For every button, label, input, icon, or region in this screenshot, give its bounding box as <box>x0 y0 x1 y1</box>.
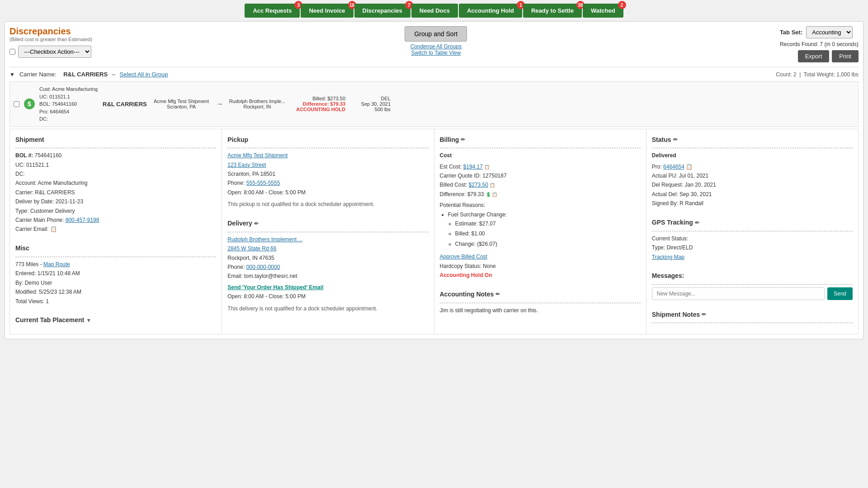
del-address-street[interactable]: 2845 W State Rd 66 <box>227 245 276 252</box>
type-value: Customer Delivery <box>30 208 75 214</box>
bol-field: BOL #: 754641160 <box>15 151 216 160</box>
pickup-phone: Phone: 555-555-5555 <box>227 178 428 188</box>
difference-label: Difference: <box>440 191 467 197</box>
type-field: Type: Customer Delivery <box>15 206 216 216</box>
shipment-del: DEL Sep 30, 2021 500 lbs <box>350 96 391 112</box>
pickup-address-street[interactable]: 123 Easy Street <box>227 162 266 168</box>
del-date: Sep 30, 2021 <box>350 101 391 107</box>
gps-type-row: Type: Direct/ELD <box>652 243 853 252</box>
billed-cost-value[interactable]: $273.50 <box>469 182 488 188</box>
tab-set-select[interactable]: Accounting <box>806 26 853 38</box>
condense-all-link[interactable]: Condense All Groups <box>405 43 467 50</box>
pickup-panel: Pickup Acme Mfg Test Shipment 123 Easy S… <box>222 129 434 334</box>
tab-discrepancies[interactable]: Discrepancies 7 <box>354 4 410 18</box>
group-header-left: ▼ Carrier Name: R&L CARRIERS – Select Al… <box>9 71 168 78</box>
tab-need-docs[interactable]: Need Docs <box>411 4 458 18</box>
billed-cost-icon: 📋 <box>490 183 495 188</box>
del-address-name[interactable]: Rudolph Brothers Implement ... <box>227 236 302 243</box>
gps-edit-icon[interactable]: ✏ <box>695 218 699 227</box>
select-all-checkbox[interactable] <box>9 49 15 55</box>
print-button[interactable]: Print <box>832 50 859 62</box>
shipment-row: $ Cust: Acme Manufacturing UC: 011521.1 … <box>9 81 859 127</box>
status-panel: Status ✏ Delivered Pro: 6464654 📋 Actual… <box>646 129 858 334</box>
total-views-field: Total Views: 1 <box>15 297 216 306</box>
reasons-list: Fuel Surcharge Change: Estimate: $27.07 … <box>440 210 641 249</box>
select-all-group-link[interactable]: Select All in Group <box>120 71 168 78</box>
shipment-pro: Pro: 6464654 <box>39 108 98 116</box>
export-button[interactable]: Export <box>798 50 830 62</box>
del-phone-link[interactable]: 000-000-0000 <box>246 264 280 270</box>
est-cost-value[interactable]: $194.17 <box>463 164 483 170</box>
del-email: Email: tom.taylor@thesrc.net <box>227 272 428 281</box>
tab-ready-to-settle[interactable]: Ready to Settle 38 <box>523 4 582 18</box>
carrier-label: Carrier: <box>15 189 35 196</box>
carrier-label: Carrier Name: <box>19 71 57 78</box>
pickup-phone-label: Phone: <box>227 180 246 186</box>
acct-notes-edit-icon[interactable]: ✏ <box>495 290 500 299</box>
shipment-checkbox[interactable] <box>14 101 19 107</box>
pickup-address-name[interactable]: Acme Mfg Test Shipment <box>227 152 288 159</box>
shipment-status-icon: $ <box>24 99 35 109</box>
carrier-phone-link[interactable]: 800-457-9198 <box>66 217 99 223</box>
actual-del-row: Actual Del: Sep 30, 2021 <box>652 190 853 199</box>
potential-reasons-label: Potential Reasons: <box>440 201 641 210</box>
shipment-cust: Cust: Acme Manufacturing <box>39 85 98 93</box>
current-tab-chevron[interactable]: ▼ <box>86 316 91 325</box>
status-edit-icon[interactable]: ✏ <box>673 135 678 144</box>
carrier-quote-label: Carrier Quote ID: <box>440 173 483 179</box>
uc-value: 011521.1 <box>26 162 49 168</box>
checkbox-action-select[interactable]: ---Checkbox Action--- <box>18 46 91 58</box>
tracking-map-link[interactable]: Tracking Map <box>652 254 684 260</box>
approve-billed-link[interactable]: Approve Billed Cost <box>440 253 487 260</box>
billed-cost-label: Billed Cost: <box>440 182 469 188</box>
shipment-notes-edit-icon[interactable]: ✏ <box>702 310 706 319</box>
shipment-bol: BOL: 754641160 <box>39 100 98 108</box>
tab-acc-requests[interactable]: Acc Requests 3 <box>245 4 300 18</box>
del-phone: Phone: 000-000-0000 <box>227 263 428 272</box>
actual-del-label: Actual Del: <box>652 191 679 197</box>
shipment-panel: Shipment BOL #: 754641160 UC: 011521.1 D… <box>10 129 222 334</box>
deliver-by-value: 2021-11-23 <box>56 198 83 205</box>
pro-label: Pro: <box>652 164 663 170</box>
acct-notes-title: Accounting Notes ✏ <box>440 289 641 300</box>
entered-value: 1/15/21 10:48 AM <box>38 270 80 277</box>
pickup-phone-link[interactable]: 555-555-5555 <box>246 180 280 186</box>
carrier-quote-value: 12750187 <box>482 173 506 179</box>
map-route-link[interactable]: Map Route <box>43 261 70 267</box>
billing-edit-icon[interactable]: ✏ <box>461 135 465 144</box>
group-header-right: Count: 2 | Total Weight: 1,000 lbs <box>776 71 859 78</box>
del-email-value: tom.taylor@thesrc.net <box>244 273 297 279</box>
modified-field: Modified: 5/25/23 12:38 AM <box>15 287 216 296</box>
send-button[interactable]: Send <box>827 287 853 300</box>
deliver-by-label: Deliver by Date: <box>15 198 56 205</box>
acct-notes-text: Jim is still negotiating with carrier on… <box>440 306 641 315</box>
carrier-email-value: 📋 <box>50 226 57 232</box>
message-input[interactable] <box>652 287 825 300</box>
reason-text: Fuel Surcharge Change: <box>448 211 507 218</box>
tab-watched[interactable]: Watched 2 <box>583 4 623 18</box>
collapse-icon[interactable]: ▼ <box>9 71 15 78</box>
deliver-by-field: Deliver by Date: 2021-11-23 <box>15 197 216 206</box>
delivery-edit-icon[interactable]: ✏ <box>254 219 259 228</box>
signed-by-label: Signed By: <box>652 200 679 206</box>
tab-need-invoice[interactable]: Need Invoice 16 <box>301 4 353 18</box>
hardcopy-label: Hardcopy Status: <box>440 263 483 269</box>
gps-title: GPS Tracking ✏ <box>652 217 853 228</box>
header-center: Group and Sort Condense All Groups Switc… <box>405 26 467 56</box>
carrier-email-field: Carrier Email: 📋 <box>15 225 216 234</box>
tab-accounting-hold[interactable]: Accounting Hold 1 <box>459 4 522 18</box>
switch-table-link[interactable]: Switch to Table View <box>405 50 467 56</box>
misc-title: Misc <box>15 243 216 254</box>
difference-cost: Difference: $79.33 <box>291 101 345 107</box>
carrier-email-label: Carrier Email: <box>15 226 50 232</box>
pro-copy-icon[interactable]: 📋 <box>686 162 693 171</box>
current-tab-title: Current Tab Placement ▼ <box>15 315 216 326</box>
group-sort-button[interactable]: Group and Sort <box>405 26 467 42</box>
reason-item-0: Fuel Surcharge Change: Estimate: $27.07 … <box>448 210 641 249</box>
pickup-panel-title: Pickup <box>227 135 428 145</box>
by-value: Demo User <box>25 280 52 286</box>
pro-value[interactable]: 6464654 <box>663 164 684 170</box>
send-shipped-email-link[interactable]: Send 'Your Order Has Shipped' Email <box>227 284 323 291</box>
shipment-dc: DC: <box>39 115 98 123</box>
del-phone-label: Phone: <box>227 264 246 270</box>
